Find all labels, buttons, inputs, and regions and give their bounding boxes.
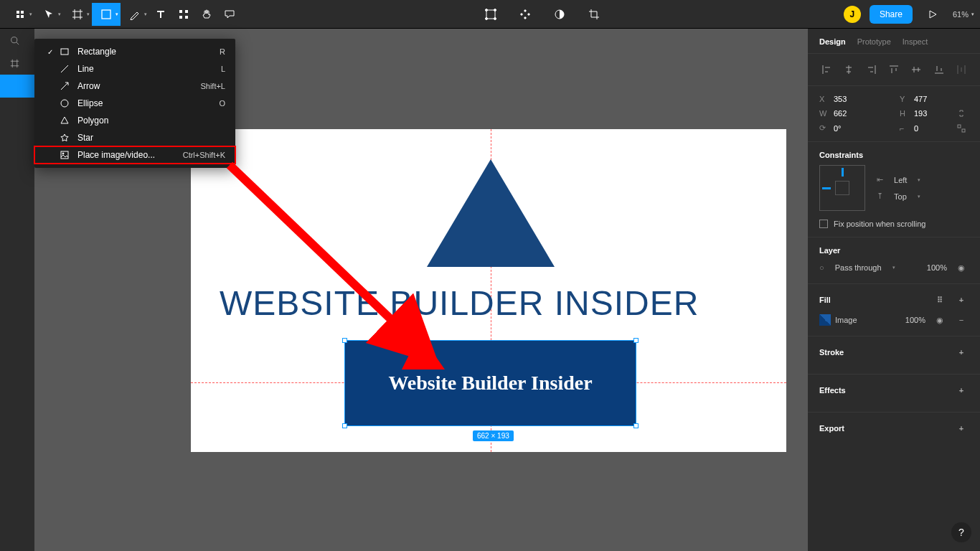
svg-rect-12 xyxy=(61,49,68,55)
frame-tool[interactable]: ▾ xyxy=(63,3,92,26)
constraint-h[interactable]: ⇤ Left ▾ xyxy=(877,175,920,184)
svg-rect-2 xyxy=(185,10,188,13)
dimension-label: 662 × 193 xyxy=(473,430,514,441)
layer-row-selected[interactable] xyxy=(0,75,34,98)
svg-point-6 xyxy=(485,9,487,11)
tab-prototype[interactable]: Prototype xyxy=(857,37,891,46)
w-value[interactable]: 662 xyxy=(834,109,847,118)
pen-tool[interactable]: ▾ xyxy=(121,3,149,26)
tab-inspect[interactable]: Inspect xyxy=(903,37,928,46)
dd-ellipse[interactable]: Ellipse O xyxy=(34,95,235,112)
fill-visibility-icon[interactable]: ◉ xyxy=(933,313,947,327)
present-button[interactable] xyxy=(921,3,944,26)
independent-corners-icon[interactable] xyxy=(954,121,969,136)
dd-polygon[interactable]: Polygon xyxy=(34,112,235,129)
right-panel: Design Prototype Inspect X353 Y477 W662 … xyxy=(808,29,980,551)
layer-section: Layer ○ Pass through ▾ 100% ◉ xyxy=(808,237,980,284)
y-value[interactable]: 477 xyxy=(914,95,927,103)
help-button[interactable]: ? xyxy=(951,522,971,542)
remove-fill-icon[interactable]: − xyxy=(954,313,969,327)
dd-place-image[interactable]: Place image/video... Ctrl+Shift+K xyxy=(34,146,235,164)
add-effect-icon[interactable]: + xyxy=(954,383,969,397)
add-fill-icon[interactable]: + xyxy=(954,293,969,307)
align-top-icon[interactable] xyxy=(885,61,902,78)
selected-rect-text: Website Builder Insider xyxy=(388,372,592,395)
zoom-level[interactable]: 61%▾ xyxy=(953,10,974,19)
check-icon: ✓ xyxy=(44,48,56,56)
heading-text[interactable]: WEBSITE BUILDER INSIDER xyxy=(220,283,699,323)
align-right-icon[interactable] xyxy=(863,61,880,78)
h-value[interactable]: 193 xyxy=(914,109,927,118)
artboard[interactable]: WEBSITE BUILDER INSIDER Website Builder … xyxy=(191,129,786,452)
effects-section: Effects+ xyxy=(808,375,980,413)
visibility-icon[interactable]: ◉ xyxy=(954,260,969,275)
menu-button[interactable]: ▾ xyxy=(6,3,34,26)
dd-star[interactable]: Star xyxy=(34,129,235,146)
fix-position-check[interactable]: Fix position when scrolling xyxy=(819,220,969,228)
radius-icon: ⌐ xyxy=(900,124,910,133)
transform-section: X353 Y477 W662 H193 ⟳0° ⌐0 xyxy=(808,86,980,142)
link-dims-icon[interactable] xyxy=(954,106,969,121)
left-panel xyxy=(0,29,34,551)
move-tool[interactable]: ▾ xyxy=(34,3,63,26)
radius-value[interactable]: 0 xyxy=(914,124,918,133)
shape-tool[interactable]: ▾ xyxy=(92,3,121,26)
shape-dropdown: ✓ Rectangle R Line L Arrow Shift+L Ellip… xyxy=(34,39,235,168)
blend-mode[interactable]: ○ Pass through ▾ xyxy=(819,263,927,272)
fill-swatch[interactable] xyxy=(819,314,831,326)
dd-rectangle[interactable]: ✓ Rectangle R xyxy=(34,43,235,60)
component-icon[interactable] xyxy=(514,3,537,26)
crop-icon[interactable] xyxy=(583,3,606,26)
page-row[interactable] xyxy=(0,52,34,75)
top-toolbar: ▾ ▾ ▾ ▾ ▾ J Share xyxy=(0,0,980,29)
svg-rect-3 xyxy=(179,16,182,19)
hand-tool[interactable] xyxy=(195,3,218,26)
add-export-icon[interactable]: + xyxy=(954,421,969,435)
selected-image-rect[interactable]: Website Builder Insider xyxy=(345,341,636,425)
svg-rect-18 xyxy=(962,129,965,132)
triangle-shape[interactable] xyxy=(427,159,555,267)
rotation-value[interactable]: 0° xyxy=(834,124,842,133)
share-button[interactable]: Share xyxy=(870,5,913,24)
fill-opacity[interactable]: 100% xyxy=(905,316,925,324)
svg-rect-5 xyxy=(486,10,495,19)
constraints-section: Constraints ⇤ Left ▾ ⤒ Top ▾ Fix positio… xyxy=(808,142,980,237)
svg-rect-0 xyxy=(102,10,110,19)
align-bottom-icon[interactable] xyxy=(930,61,947,78)
mask-icon[interactable] xyxy=(548,3,571,26)
resources-tool[interactable] xyxy=(172,3,195,26)
align-left-icon[interactable] xyxy=(818,61,834,78)
dd-arrow[interactable]: Arrow Shift+L xyxy=(34,77,235,95)
svg-point-15 xyxy=(62,153,64,154)
search-icon[interactable] xyxy=(0,29,34,52)
align-row xyxy=(808,54,980,86)
x-value[interactable]: 353 xyxy=(834,95,847,103)
svg-rect-4 xyxy=(185,16,188,19)
svg-point-7 xyxy=(494,9,496,11)
align-hcenter-icon[interactable] xyxy=(840,61,857,78)
svg-rect-17 xyxy=(958,125,961,128)
align-vcenter-icon[interactable] xyxy=(908,61,925,78)
tab-design[interactable]: Design xyxy=(819,37,846,46)
rotation-icon: ⟳ xyxy=(819,123,829,133)
svg-point-11 xyxy=(11,37,17,42)
add-stroke-icon[interactable]: + xyxy=(954,345,969,359)
layer-opacity[interactable]: 100% xyxy=(927,263,947,272)
edit-object-icon[interactable] xyxy=(479,3,502,26)
svg-rect-14 xyxy=(61,151,68,159)
comment-tool[interactable] xyxy=(218,3,241,26)
text-tool[interactable] xyxy=(149,3,172,26)
svg-point-8 xyxy=(485,17,487,19)
svg-point-9 xyxy=(494,17,496,19)
avatar[interactable]: J xyxy=(844,6,861,23)
fill-section: Fill ⠿ + Image 100% ◉ − xyxy=(808,284,980,336)
constraint-widget[interactable] xyxy=(819,165,865,211)
fill-type[interactable]: Image xyxy=(835,316,857,324)
constraint-v[interactable]: ⤒ Top ▾ xyxy=(877,192,920,201)
stroke-section: Stroke+ xyxy=(808,336,980,375)
svg-point-13 xyxy=(61,100,68,107)
distribute-icon[interactable] xyxy=(953,61,970,78)
dd-line[interactable]: Line L xyxy=(34,60,235,77)
fill-style-icon[interactable]: ⠿ xyxy=(933,293,947,307)
export-section: Export+ xyxy=(808,413,980,450)
